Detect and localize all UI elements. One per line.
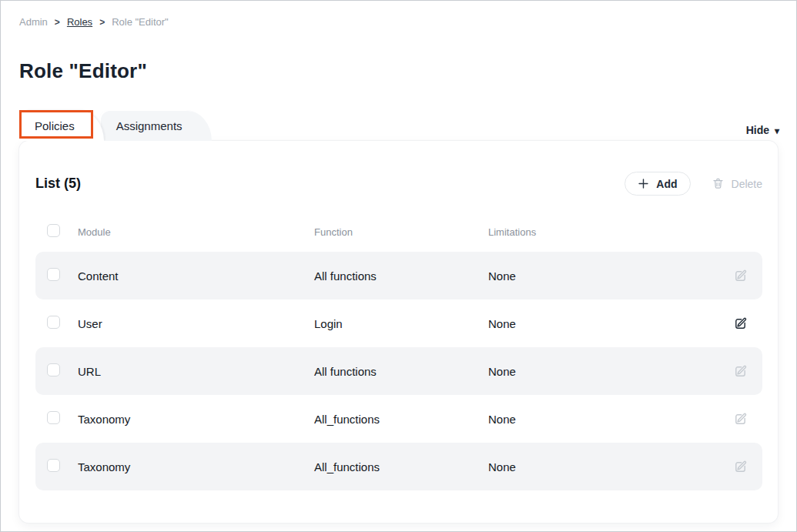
row-checkbox[interactable] xyxy=(47,363,60,376)
table-row: URL All functions None xyxy=(35,347,762,395)
hide-toggle[interactable]: Hide ▾ xyxy=(746,124,779,136)
module-cell: Taxonomy xyxy=(78,413,314,426)
row-checkbox[interactable] xyxy=(47,316,60,329)
list-title: List (5) xyxy=(35,176,81,192)
row-checkbox[interactable] xyxy=(47,268,60,281)
breadcrumb-separator: > xyxy=(55,17,60,28)
panel-actions: Add Delete xyxy=(625,172,762,196)
breadcrumb-item-roles[interactable]: Roles xyxy=(67,16,92,28)
module-cell: User xyxy=(78,317,314,330)
tab-policies[interactable]: Policies xyxy=(19,110,104,141)
breadcrumb-item-current: Role "Editor" xyxy=(112,16,169,28)
function-cell: All_functions xyxy=(314,460,488,473)
panel-header: List (5) Add xyxy=(19,141,778,196)
tab-bar: Policies Assignments xyxy=(19,110,212,141)
row-checkbox[interactable] xyxy=(47,411,60,424)
module-cell: Taxonomy xyxy=(78,460,314,473)
tab-assignments-label: Assignments xyxy=(116,119,183,132)
table-row: User Login None xyxy=(35,299,762,347)
policies-panel: List (5) Add xyxy=(19,141,778,523)
limitations-cell: None xyxy=(488,413,724,426)
breadcrumb-item-admin: Admin xyxy=(19,16,48,28)
edit-icon[interactable] xyxy=(732,363,749,380)
module-cell: Content xyxy=(78,269,314,283)
table-row: Taxonomy All_functions None xyxy=(35,443,762,490)
table-row: Taxonomy All_functions None xyxy=(35,395,762,443)
table-body: Content All functions None User Login No… xyxy=(35,252,762,490)
function-cell: All functions xyxy=(314,269,488,283)
select-all-checkbox[interactable] xyxy=(47,224,60,237)
breadcrumb-separator: > xyxy=(99,17,105,28)
column-header-function: Function xyxy=(314,226,488,238)
function-cell: All_functions xyxy=(314,413,488,426)
column-header-limitations: Limitations xyxy=(488,226,724,238)
tab-assignments[interactable]: Assignments xyxy=(99,110,212,141)
breadcrumb: Admin > Roles > Role "Editor" xyxy=(19,16,169,28)
app-window: Admin > Roles > Role "Editor" Role "Edit… xyxy=(0,0,797,532)
module-cell: URL xyxy=(78,365,314,378)
table-row: Content All functions None xyxy=(35,252,762,299)
edit-icon[interactable] xyxy=(732,410,749,428)
tab-policies-label: Policies xyxy=(35,119,75,132)
limitations-cell: None xyxy=(488,269,724,283)
function-cell: Login xyxy=(314,317,488,330)
limitations-cell: None xyxy=(488,317,724,330)
row-checkbox[interactable] xyxy=(47,459,60,472)
add-button[interactable]: Add xyxy=(625,172,690,196)
hide-label: Hide xyxy=(746,124,769,136)
policies-table: Module Function Limitations Content All … xyxy=(19,223,778,490)
page-title: Role "Editor" xyxy=(19,59,147,83)
delete-button[interactable]: Delete xyxy=(712,177,762,190)
limitations-cell: None xyxy=(488,365,724,378)
edit-icon[interactable] xyxy=(732,315,749,333)
chevron-down-icon: ▾ xyxy=(775,126,779,136)
edit-icon[interactable] xyxy=(732,458,749,476)
function-cell: All functions xyxy=(314,365,488,378)
trash-icon xyxy=(712,177,725,190)
edit-icon[interactable] xyxy=(732,267,749,285)
column-header-module: Module xyxy=(78,226,314,238)
delete-button-label: Delete xyxy=(732,178,762,190)
limitations-cell: None xyxy=(488,460,724,473)
table-header: Module Function Limitations xyxy=(35,223,762,240)
add-button-label: Add xyxy=(656,178,677,190)
plus-icon xyxy=(638,178,649,189)
